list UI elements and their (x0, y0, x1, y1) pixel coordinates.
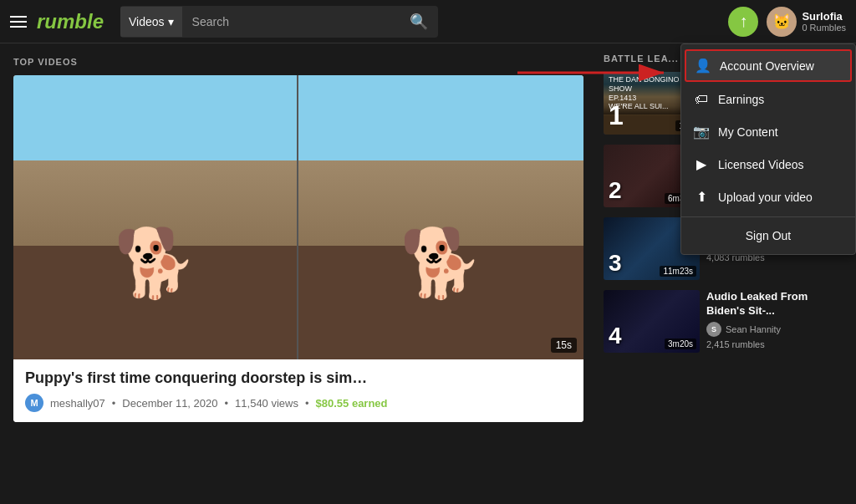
rank-number-4: 4 (609, 323, 622, 349)
menu-divider (681, 216, 855, 217)
sign-out-item[interactable]: Sign Out (681, 221, 855, 251)
earnings-icon: 🏷 (693, 92, 710, 107)
rank-number-3: 3 (609, 250, 622, 277)
video-meta: M meshally07 • December 11, 2020 • 11,54… (25, 394, 572, 412)
chevron-down-icon: ▾ (168, 15, 174, 28)
upload-icon: ↑ (739, 12, 747, 31)
sidebar-title-4: Audio Leaked From Biden's Sit-... (706, 290, 849, 318)
search-button[interactable]: 🔍 (400, 6, 438, 38)
upload-video-label: Upload your video (718, 191, 813, 204)
rumbles-4: 2,415 rumbles (706, 339, 849, 349)
dog-silhouette-left: 🐕 (114, 224, 197, 303)
arrow-annotation (509, 52, 676, 97)
licensed-videos-item[interactable]: ▶ Licensed Videos (681, 148, 855, 181)
channel-avatar: M (25, 394, 43, 412)
search-input[interactable] (182, 8, 400, 35)
my-content-label: My Content (718, 125, 778, 139)
upload-button[interactable]: ↑ (728, 7, 758, 37)
upload-video-item[interactable]: ⬆ Upload your video (681, 181, 855, 213)
play-icon: ▶ (693, 156, 710, 172)
rank-number-1: 1 (609, 100, 624, 131)
avatar: 🐱 (767, 7, 797, 37)
rank-number-2: 2 (609, 177, 622, 204)
sidebar-thumb-4: 4 3m20s (604, 290, 700, 353)
sidebar-info-4: Audio Leaked From Biden's Sit-... S Sean… (706, 290, 849, 353)
videos-dropdown[interactable]: Videos ▾ (120, 7, 182, 37)
main-video-thumbnail: 🐕 🐕 15s (13, 75, 583, 359)
video-info: Puppy's first time conquering doorstep i… (13, 359, 583, 422)
vli-avatar-4: S (706, 322, 721, 337)
duration-4: 3m20s (665, 339, 696, 349)
username: Surlofia (802, 10, 846, 23)
channel-row-4: S Sean Hannity (706, 322, 849, 337)
camera-icon: 📷 (693, 124, 710, 140)
separator2: • (225, 397, 229, 410)
video-duration-badge: 15s (551, 338, 577, 353)
separator3: • (305, 397, 309, 410)
earnings-label: Earnings (718, 93, 764, 106)
left-content: TOP VIDEOS 🐕 🐕 15s Puppy's first time co… (0, 43, 597, 504)
video-left-panel: 🐕 (13, 75, 298, 359)
video-title: Puppy's first time conquering doorstep i… (25, 369, 572, 387)
channel-name: meshally07 (50, 397, 105, 410)
header: rumble Videos ▾ 🔍 ↑ 🐱 Surlofia 0 Rumbles (0, 0, 856, 43)
user-menu-trigger[interactable]: 🐱 Surlofia 0 Rumbles (767, 7, 846, 37)
upload-menu-icon: ⬆ (693, 189, 710, 205)
video-date: December 11, 2020 (122, 397, 217, 410)
header-right: ↑ 🐱 Surlofia 0 Rumbles (728, 7, 846, 37)
rumbles-count: 0 Rumbles (802, 23, 846, 33)
account-icon: 👤 (695, 58, 711, 74)
earnings-label: $80.55 earned (316, 397, 388, 410)
sign-out-label: Sign Out (746, 229, 791, 242)
video-right-panel: 🐕 (298, 75, 583, 359)
view-count: 11,540 views (235, 397, 298, 410)
dog-silhouette-right: 🐕 (400, 224, 483, 303)
hamburger-menu[interactable] (10, 16, 27, 28)
header-left: rumble (10, 10, 104, 33)
main-video-card[interactable]: 🐕 🐕 15s Puppy's first time conquering do… (13, 75, 583, 422)
channel-name-4: Sean Hannity (726, 324, 781, 334)
account-overview-label: Account Overview (720, 59, 814, 73)
licensed-videos-label: Licensed Videos (718, 158, 803, 171)
logo[interactable]: rumble (37, 10, 104, 33)
my-content-item[interactable]: 📷 My Content (681, 115, 855, 148)
user-dropdown-menu: 👤 Account Overview 🏷 Earnings 📷 My Conte… (680, 43, 856, 255)
duration-3: 11m23s (660, 266, 696, 277)
dog-scene: 🐕 🐕 (13, 75, 583, 359)
earnings-item[interactable]: 🏷 Earnings (681, 84, 855, 115)
search-area: Videos ▾ 🔍 (120, 6, 438, 38)
separator1: • (112, 397, 116, 410)
list-item[interactable]: 4 3m20s Audio Leaked From Biden's Sit-..… (604, 290, 849, 353)
top-videos-label: TOP VIDEOS (13, 57, 583, 67)
account-overview-item[interactable]: 👤 Account Overview (685, 49, 852, 82)
username-area: Surlofia 0 Rumbles (802, 10, 846, 33)
